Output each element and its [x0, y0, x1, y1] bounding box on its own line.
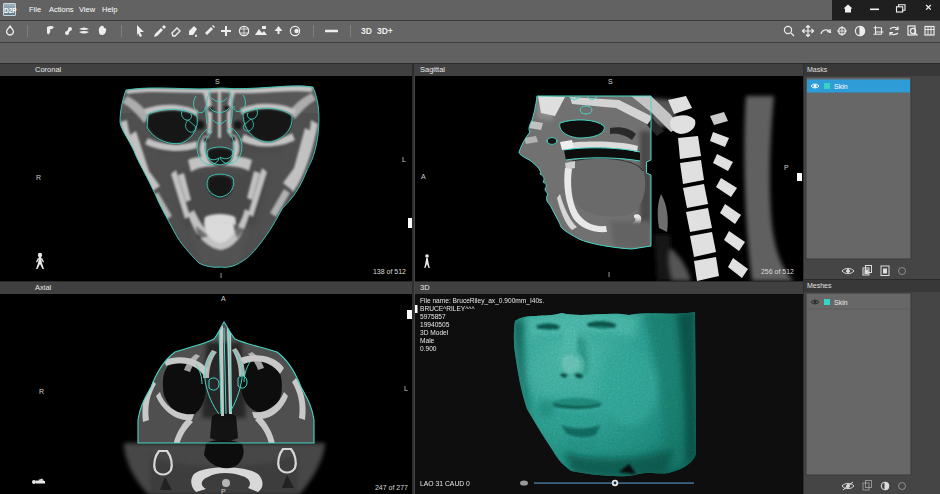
svg-text:138 of 512: 138 of 512 [373, 268, 406, 275]
svg-text:I: I [220, 272, 222, 279]
svg-text:R: R [36, 174, 41, 181]
svg-text:3D: 3D [361, 26, 372, 36]
svg-text:S: S [608, 78, 613, 85]
svg-text:Skin: Skin [834, 83, 848, 90]
svg-text:256 of 512: 256 of 512 [761, 268, 794, 275]
svg-text:P: P [784, 164, 789, 171]
svg-text:Male: Male [420, 337, 435, 344]
svg-text:I: I [608, 271, 610, 278]
svg-text:3D+: 3D+ [377, 26, 393, 36]
svg-text:A: A [421, 173, 426, 180]
svg-text:5975857: 5975857 [420, 313, 446, 320]
svg-text:LAO 31 CAUD 0: LAO 31 CAUD 0 [420, 480, 470, 487]
svg-text:Skin: Skin [834, 299, 848, 306]
svg-text:R: R [39, 388, 44, 395]
svg-text:L: L [402, 156, 406, 163]
svg-text:0.900: 0.900 [420, 345, 437, 352]
svg-text:19940505: 19940505 [420, 321, 450, 328]
svg-text:BRUCE^RILEY^^^: BRUCE^RILEY^^^ [420, 305, 475, 312]
svg-text:247 of 277: 247 of 277 [375, 484, 408, 491]
svg-text:P: P [221, 488, 226, 494]
svg-text:A: A [221, 295, 226, 302]
svg-text:L: L [404, 385, 408, 392]
svg-text:File name: BruceRiley_ax_0.900: File name: BruceRiley_ax_0.900mm_I40s. [420, 297, 544, 305]
svg-text:3D Model: 3D Model [420, 329, 449, 336]
svg-text:S: S [215, 78, 220, 85]
